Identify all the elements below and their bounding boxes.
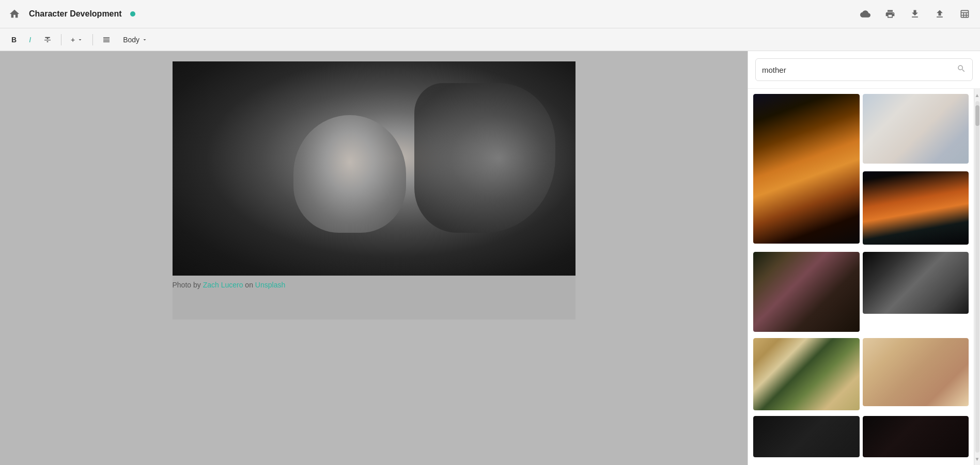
body-dropdown[interactable]: Body: [118, 32, 153, 47]
main-image[interactable]: [173, 61, 575, 276]
editor-area: Photo by Zach Lucero on Unsplash: [0, 51, 748, 465]
photo-thumb-6[interactable]: [753, 338, 860, 413]
toolbar-format: B I + Body: [0, 28, 980, 51]
photo-thumb-7[interactable]: [863, 338, 969, 413]
italic-button[interactable]: I: [24, 32, 36, 47]
search-box: [755, 58, 973, 81]
toolbar-top: Character Development: [0, 0, 980, 28]
scroll-thumb[interactable]: [975, 105, 979, 126]
upload-button[interactable]: [930, 5, 949, 23]
search-input[interactable]: [762, 66, 957, 74]
image-search-panel: ▲ ▼: [748, 51, 980, 465]
editor-page: Photo by Zach Lucero on Unsplash: [173, 61, 575, 319]
save-cloud-button[interactable]: [856, 5, 875, 23]
download-button[interactable]: [906, 5, 924, 23]
photo-credit: Photo by Zach Lucero on Unsplash: [173, 276, 575, 289]
panel-search-area: [748, 51, 980, 89]
table-button[interactable]: [955, 5, 974, 23]
scroll-up-arrow[interactable]: ▲: [974, 90, 980, 100]
photo-thumb-3[interactable]: [863, 171, 969, 249]
toolbar-divider-2: [92, 34, 93, 45]
document-title: Character Development: [29, 9, 122, 19]
align-button[interactable]: [97, 32, 116, 47]
main-area: Photo by Zach Lucero on Unsplash: [0, 51, 980, 465]
scroll-track: [975, 101, 979, 453]
bold-button[interactable]: B: [6, 32, 22, 47]
strikethrough-button[interactable]: [38, 32, 57, 47]
photo-thumb-8[interactable]: [753, 416, 860, 460]
scroll-down-arrow[interactable]: ▼: [974, 454, 980, 464]
photo-thumb-2[interactable]: [863, 94, 969, 168]
photo-thumb-9[interactable]: [863, 416, 969, 460]
home-button[interactable]: [6, 6, 23, 22]
print-button[interactable]: [881, 5, 899, 23]
add-button[interactable]: +: [66, 32, 88, 47]
search-icon[interactable]: [957, 64, 966, 76]
photo-thumb-4[interactable]: [753, 252, 860, 334]
toolbar-divider-1: [61, 34, 61, 45]
panel-scrollbar: ▲ ▼: [974, 89, 980, 465]
author-link[interactable]: Zach Lucero: [203, 281, 243, 289]
source-link[interactable]: Unsplash: [255, 281, 285, 289]
photo-thumb-1[interactable]: [753, 94, 860, 249]
status-dot: [130, 11, 135, 17]
photo-results-grid: [748, 89, 974, 465]
main-image-container: Photo by Zach Lucero on Unsplash: [173, 61, 575, 289]
photo-thumb-5[interactable]: [863, 252, 969, 334]
